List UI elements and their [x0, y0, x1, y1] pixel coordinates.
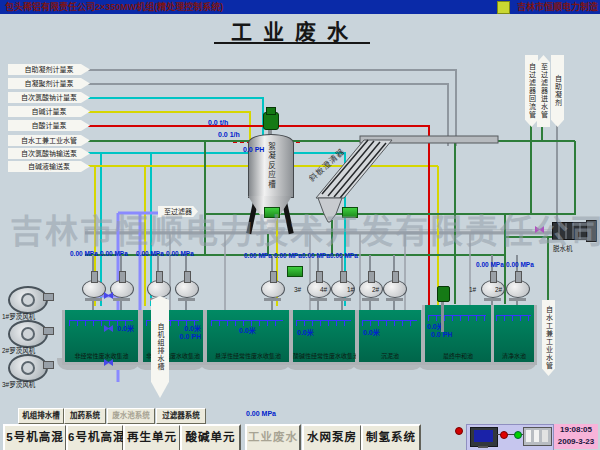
pump-pressure-value: 0.00 MPa [100, 250, 128, 257]
link-status-red-dot [500, 431, 508, 439]
blower-1-label: 1#罗茨风机 [2, 311, 35, 321]
link-status-green-dot [514, 431, 522, 439]
nav-button-water-pumphouse[interactable]: 水网泵房 [302, 424, 362, 450]
reactor-motor-cap [266, 107, 276, 115]
tank-name: 最终中和池 [425, 351, 491, 360]
tank-nonregular-1: 0.0米 非经常性废水收集池 [62, 310, 141, 365]
tank-level-value: 0.0米 [117, 323, 134, 333]
tank-name: 悬浮性经常性废水收集池 [207, 351, 289, 360]
reactor-flow-l-value: 0.0 1/h [218, 131, 240, 138]
recorder-icon [523, 427, 552, 446]
roots-blower-1 [8, 286, 48, 314]
tank-level-value: 0.0米 [239, 325, 256, 335]
source-label-acid-pump: 自酸计量泵 [8, 120, 90, 131]
mixer-shaft [441, 300, 444, 332]
label-filter-inlet: 至过滤器进水管 [537, 55, 550, 127]
source-label-coagulant-aid-pump: 自助凝剂计量泵 [8, 64, 90, 75]
label-filter-return: 自过滤器回流管 [525, 55, 538, 127]
source-label-hypochlorite-pump: 自次氯酸钠计量泵 [8, 92, 90, 103]
hypochlorite-pipes [88, 98, 345, 306]
level-gauge-line [362, 320, 417, 326]
sump-pump [383, 280, 407, 298]
dewaterer-cap [586, 220, 597, 242]
reactor-label: 絮凝反应槽 [266, 142, 277, 190]
dewaterer-label: 脱水机 [553, 243, 573, 253]
inclined-clarifier: 斜板澄清器 [307, 136, 498, 222]
sump-pump [506, 280, 530, 298]
pipe-network: 斜板澄清器 [0, 0, 600, 450]
header-valve-1-icon [264, 207, 280, 218]
label-to-filter: 至过滤器 [158, 206, 198, 217]
roots-blower-3 [8, 354, 48, 382]
pump-tag: 2# [495, 286, 507, 293]
monitor-icon [470, 427, 498, 447]
tank-name: 非经常性废水收集池 [65, 351, 138, 360]
nav-button-acid-alkali[interactable]: 酸碱单元 [180, 424, 241, 450]
level-gauge-line [496, 315, 531, 321]
tank-nonregular-2: 0.0米 0.0 PH 非经常性废水收集池 [140, 310, 206, 365]
scada-screen: 斜板澄清器 包头稀铝有限责任公司2×350MW机组(精处理控制系统) 吉林市恒顺… [0, 0, 600, 450]
nav-button-regeneration[interactable]: 再生单元 [123, 424, 181, 450]
tank-final-neutralization: 0.0米 0.0 PH 最终中和池 [422, 305, 494, 365]
tank-name: 清净水池 [494, 351, 534, 360]
tank-sediment: 0.0米 沉泥池 [356, 310, 424, 365]
label-unit-drain: 自机组排水槽 [151, 296, 169, 398]
tank-level-value: 0.0米 [297, 327, 314, 337]
alarm-status-dot [455, 427, 463, 435]
source-label-alkali-transfer: 自碱液输送泵 [8, 161, 90, 172]
source-label-hypochlorite-transfer: 自次氯酸钠输送泵 [8, 148, 90, 159]
sump-pump [147, 280, 171, 298]
pump-tag: 2# [372, 286, 384, 293]
monitor-stand [478, 446, 488, 448]
pump-pressure-value: 0.00 MPa [136, 250, 164, 257]
clock-panel: 19:08:05 2009-3-23 [554, 424, 598, 449]
pump-tag: 1# [469, 286, 481, 293]
clock-time: 19:08:05 [554, 424, 598, 436]
sump-pump [175, 280, 199, 298]
nav-button-industrial-wastewater[interactable]: 工业废水 [245, 424, 301, 450]
operator-station-panel [466, 424, 554, 450]
blower-3-label: 3#罗茨风机 [2, 379, 35, 389]
level-gauge-line [296, 320, 351, 326]
line-instrument-icon [287, 266, 303, 277]
sump-pump [82, 280, 106, 298]
nav-button-unit5-mixbed[interactable]: 5号机高混 [3, 424, 67, 450]
nav-button-wastewater-pool[interactable]: 废水池系统 [107, 408, 155, 424]
tank-level-value: 0.0米 [363, 327, 380, 337]
pump-tag: 1# [347, 286, 359, 293]
nav-button-dosing[interactable]: 加药系统 [64, 408, 106, 424]
pump-pressure-value: 0.00 MPa [506, 261, 534, 268]
nav-button-hydrogen[interactable]: 制氢系统 [361, 424, 421, 450]
pump-pressure-value: 0.00 MPa [330, 252, 358, 259]
source-label-industrial-water: 自水工兼工业水管 [8, 135, 90, 146]
nav-button-unit6-mixbed[interactable]: 6号机高混 [66, 424, 124, 450]
mixer-motor [437, 286, 450, 302]
roots-blower-2 [8, 320, 48, 348]
tank-clean-water: 清净水池 [491, 305, 537, 365]
tank-name: 酸碱性经常性废水收集池 [293, 351, 355, 360]
tank-suspended-regular: 0.0米 悬浮性经常性废水收集池 [204, 310, 292, 365]
reactor-flow-t-value: 0.0 t/h [208, 119, 228, 126]
nav-button-filter-system[interactable]: 过滤器系统 [156, 408, 206, 424]
tank-ph-value: 0.0 PH [431, 331, 452, 338]
blower-2-label: 2#罗茨风机 [2, 345, 35, 355]
tank-acid-alkali-regular: 0.0米 酸碱性经常性废水收集池 [290, 310, 358, 365]
nav-button-unit-drain[interactable]: 机组排水槽 [18, 408, 64, 424]
pump-pressure-value: 0.00 MPa [166, 250, 194, 257]
flocculation-reactor: 絮凝反应槽 [248, 134, 294, 198]
source-label-coagulant-pump: 自凝聚剂计量泵 [8, 78, 90, 89]
sump-pump [110, 280, 134, 298]
tank-level-value: 0.0米 [184, 323, 201, 333]
label-coagulant-aid: 自助凝剂 [551, 55, 564, 127]
pump-pressure-value: 0.00 MPa [302, 252, 330, 259]
clock-date: 2009-3-23 [554, 436, 598, 448]
footer-pressure-value: 0.00 MPa [246, 410, 276, 417]
tank-name: 沉泥池 [359, 351, 421, 360]
pump-pressure-value: 0.00 MPa [244, 252, 272, 259]
pump-tag: 4# [320, 286, 332, 293]
pump-tag: 3# [294, 286, 306, 293]
reactor-ph-value: 0.0 PH [243, 146, 264, 153]
drain-header-pipe [85, 231, 570, 233]
pump-pressure-value: 0.00 MPa [274, 252, 302, 259]
pump-pressure-value: 0.00 MPa [476, 261, 504, 268]
